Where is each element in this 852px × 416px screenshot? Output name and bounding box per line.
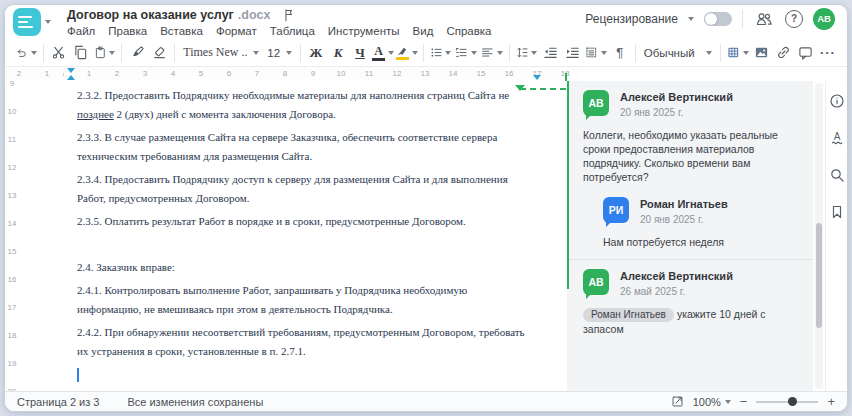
doc-line[interactable]: их устранения в сроки, установленные в п… [77,342,559,361]
paragraph[interactable]: 2.4. Заказчик вправе: [77,258,559,277]
font-name-select[interactable]: Times New ... [179,41,263,65]
paragraph[interactable]: 2.3.5. Оплатить результат Работ в порядк… [77,212,559,231]
menu-item[interactable]: Формат [216,25,257,37]
paragraph[interactable]: 2.4.2. При обнаружении несоответствий тр… [77,323,559,361]
doc-line[interactable]: 2.3.3. В случае размещения Сайта на серв… [77,128,559,147]
ruler-number: 9 [299,67,327,81]
document-text: 2.3.2. Предоставить Подрядчику необходим… [19,81,567,384]
doc-line[interactable]: Работ, предусмотренных Договором. [77,189,559,208]
info-icon[interactable] [827,91,847,111]
zoom-level-select[interactable]: 100% [693,396,731,408]
fit-page-icon[interactable] [671,395,684,408]
avatar: АВ [583,90,609,116]
left-indent-marker[interactable] [67,75,75,80]
right-indent-marker[interactable] [533,75,541,80]
review-toggle[interactable] [704,12,732,26]
insert-link-button[interactable] [773,41,795,65]
paragraph[interactable]: 2.3.2. Предоставить Подрядчику необходим… [77,86,559,124]
scrollbar-thumb[interactable] [816,223,822,328]
insert-table-button[interactable] [725,41,751,65]
line-spacing-button[interactable] [514,41,540,65]
doc-line[interactable]: техническим требованиям для размещения С… [77,147,559,166]
empty-paragraph[interactable] [77,235,559,254]
menu-item[interactable]: Вид [413,25,434,37]
cut-button[interactable] [48,41,70,65]
paragraph[interactable]: 2.3.4. Предоставить Подрядчику доступ к … [77,170,559,208]
clear-formatting-button[interactable] [148,41,170,65]
more-tools-button[interactable]: ··· [817,41,839,65]
align-button[interactable] [479,41,505,65]
menu-item[interactable]: Таблица [270,25,315,37]
font-size-select[interactable]: 12 [263,41,296,65]
doc-line[interactable]: 2.3.2. Предоставить Подрядчику необходим… [77,86,559,105]
show-formatting-marks-button[interactable]: ¶ [609,41,631,65]
doc-line[interactable]: 2.4.2. При обнаружении несоответствий тр… [77,323,559,342]
insert-comment-button[interactable] [795,41,817,65]
doc-line[interactable]: 2.3.5. Оплатить результат Работ в порядк… [77,212,559,231]
comment-thread[interactable]: АВ Алексей Вертинский 26 май 2025 г. Ром… [567,260,813,346]
chevron-down-icon[interactable] [688,17,694,21]
first-line-indent-marker[interactable] [67,68,75,73]
doc-line[interactable]: 2.4. Заказчик вправе: [77,258,559,277]
decrease-indent-button[interactable] [539,41,561,65]
paragraph[interactable] [77,365,559,384]
slider-knob[interactable] [788,397,797,406]
app-logo[interactable] [13,8,41,36]
insert-image-button[interactable] [751,41,773,65]
chevron-down-icon [601,51,607,55]
document-page[interactable]: 2.3.2. Предоставить Подрядчику необходим… [19,81,567,391]
doc-line[interactable]: информацию, не вмешиваясь при этом в дея… [77,300,559,319]
increase-indent-button[interactable] [561,41,583,65]
zoom-in-button[interactable]: + [827,394,835,409]
numbered-list-button[interactable] [453,41,479,65]
italic-button[interactable]: К [327,41,349,65]
review-mode-label[interactable]: Рецензирование [585,12,678,26]
chevron-down-icon [497,51,503,55]
vertical-ruler: 91011121314151617181920 [5,69,19,391]
menu-item[interactable]: Инструменты [328,25,400,37]
help-icon[interactable]: ? [785,10,803,28]
doc-line[interactable]: позднее 2 (двух) дней с момента заключен… [77,105,559,124]
menu-item[interactable]: Правка [108,25,147,37]
doc-line[interactable]: 2.3.4. Предоставить Подрядчику доступ к … [77,170,559,189]
underline-button[interactable]: Ч [349,41,371,65]
commented-text[interactable]: позднее [77,108,114,120]
flag-icon[interactable] [282,8,296,22]
menu-item[interactable]: Вставка [160,25,203,37]
chevron-down-icon [253,51,259,55]
bullet-list-button[interactable] [428,41,454,65]
ruler-number: 11 [5,125,19,153]
zoom-slider[interactable] [756,397,818,407]
paste-button[interactable] [92,41,118,65]
comment-reply[interactable]: РИ Роман Игнатьев 20 янв 2025 г. Нам пот… [603,197,801,249]
ruler-number: 19 [5,349,19,377]
vertical-scrollbar[interactable] [815,83,823,389]
search-icon[interactable] [827,165,847,185]
divider [43,44,44,62]
comment-thread[interactable]: АВ Алексей Вертинский 20 янв 2025 г. Кол… [567,81,813,259]
paragraph[interactable]: 2.4.1. Контролировать выполнение Работ, … [77,281,559,319]
paragraph-settings-button[interactable] [583,41,609,65]
highlight-color-swatch [396,57,409,60]
menu-item[interactable]: Справка [446,25,491,37]
zoom-out-button[interactable]: − [740,394,748,409]
bookmark-icon[interactable] [827,202,847,222]
font-color-swatch [372,58,385,61]
undo-button[interactable] [13,41,39,65]
paragraph[interactable]: 2.3.3. В случае размещения Сайта на серв… [77,128,559,166]
copy-button[interactable] [70,41,92,65]
format-painter-button[interactable] [126,41,148,65]
page-indicator[interactable]: Страница 2 из 3 [17,396,99,408]
spellcheck-icon[interactable]: А [827,128,847,148]
menu-item[interactable]: Файл [67,25,95,37]
paragraph-style-select[interactable]: Обычный [640,41,717,65]
font-color-button[interactable]: А [371,41,395,65]
doc-line[interactable]: 2.4.1. Контролировать выполнение Работ, … [77,281,559,300]
highlight-button[interactable] [395,41,419,65]
collaboration-icon[interactable] [753,7,775,31]
ruler-number: 2 [103,67,131,81]
user-avatar[interactable]: АВ [813,8,835,30]
bold-button[interactable]: Ж [305,41,327,65]
ruler-number: 13 [411,67,439,81]
ruler-number: 14 [5,209,19,237]
